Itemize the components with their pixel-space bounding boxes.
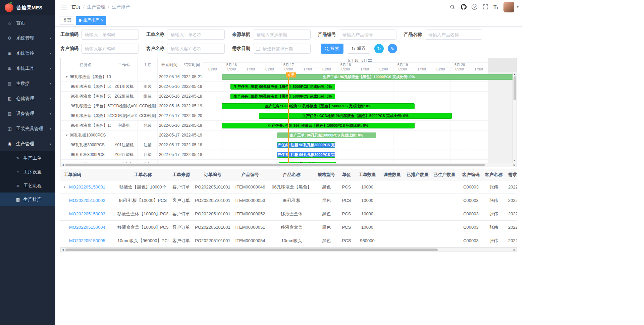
production-icon: ◉ [7,141,12,146]
gantt-bar[interactable]: 生产任务: 组装 96孔移液盒【黑色】5000PCS 完成比例: 0% [230,84,335,90]
customer-code-input[interactable] [81,44,139,54]
orders-horizontal-scrollbar[interactable]: ◀ ▶ [60,248,517,252]
gantt-bar[interactable]: 生产任务: 注塑 96孔孔板3000PCS 完成 [277,152,335,158]
edit-schedule-button[interactable]: ✎ [388,44,397,53]
gantt-bar[interactable]: 生产任务: 组装 96孔移液盒【黑色】5000PCS 完成比例: 0% [230,94,335,99]
table-row[interactable]: MO202205150004移液盒盒盖【10000】PCS客户订单PO20220… [60,221,517,234]
table-cell: 客户订单 [168,238,194,244]
gantt-task-row[interactable]: ▼96孔移液盒【黑色】10000PCS2022-05-162022-05-21 [61,72,203,82]
sync-schedule-button[interactable]: ↻ [374,44,384,53]
font-size-icon[interactable]: TT [493,4,498,10]
work-order-name-input[interactable] [167,30,225,40]
sidebar-item-fixture-mgmt[interactable]: ◫工装夹具管理▾ [0,121,55,136]
table-cell: 10000 [355,198,380,203]
gantt-task-row[interactable]: 96孔孔板3000PCSY01注塑机注塑2022-05-172022-05-18 [61,140,203,150]
sidebar-item-warehouse-mgmt[interactable]: ◧仓储管理▾ [0,91,55,106]
gantt-horizontal-scrollbar[interactable]: ◀ ▶ [60,163,517,167]
gantt-bar[interactable]: 生产任务: 注塑 96孔孔板3000PCS [279,162,336,163]
gantt-task-row[interactable]: 96孔移液盒【黑色】5000PCSCCD检测机#01CCD检测2022-05-1… [61,101,203,111]
collapse-caret-icon[interactable]: ▼ [65,134,68,137]
tab-close-icon[interactable]: × [101,18,103,22]
scroll-up-icon[interactable]: ▲ [513,72,517,76]
gantt-vertical-scrollbar[interactable]: ▲ ▼ [513,72,517,163]
work-order-code-cell: ▾MO202205150001 [60,184,117,189]
sidebar-item-process-flow[interactable]: ≋工艺流程 [0,179,55,193]
task-name: 96孔孔板10000PCS [70,132,106,138]
table-row[interactable]: MO202205150003移液盒盒体【10000】PCS客户订单PO20220… [60,207,517,221]
customer-name-input[interactable] [167,44,225,54]
work-order-link[interactable]: MO202205150002 [69,198,105,203]
hamburger-icon[interactable] [61,5,67,9]
work-order-link[interactable]: MO202205150005 [69,238,105,243]
reset-button[interactable]: ↻重置 [347,44,370,54]
work-orders-table: 工单编码工单名称工单来源订单编号产品编号产品名称规格型号单位工单数量调整数量已排… [60,169,517,248]
avatar[interactable] [503,2,514,12]
table-cell: C00003 [458,198,484,203]
sidebar-item-master-data[interactable]: ▤主数据▾ [0,76,55,91]
scroll-right-icon[interactable]: ▶ [513,248,517,252]
sidebar-item-system-mgmt[interactable]: ⚙系统管理▾ [0,31,55,46]
sidebar-item-production-scheduling[interactable]: ▦生产排产 [0,193,55,206]
gantt-task-row[interactable]: 96孔移液盒【黑色】5000PCSCCD检测机#02CCD检测2022-05-1… [61,111,203,121]
sidebar-item-system-monitor[interactable]: ▣系统监控▾ [0,46,55,61]
filter-work-order-name: 工单名称 [146,30,225,40]
sidebar-item-production-mgmt[interactable]: ◉生产管理▴ [0,136,55,151]
product-code-input[interactable] [339,30,396,40]
scroll-right-icon[interactable]: ▶ [513,163,517,167]
scroll-left-icon[interactable]: ◀ [61,163,65,167]
search-icon[interactable] [449,4,455,10]
timeline-hour-label: 09:00 [450,67,470,72]
breadcrumb-item[interactable]: 生产管理 [87,4,105,10]
work-order-link[interactable]: MO202205150001 [69,184,105,189]
tab-home[interactable]: 首页 [60,16,74,25]
task-name: 96孔孔板3000PCS [71,152,105,158]
gantt-bar[interactable]: 生产任务: 包装 96孔移液盒【黑色】10000PCS 完成比例: 0% [222,123,415,128]
gantt-task-row[interactable]: 96孔移液盒【黑色】10000PCS包装机包装2022-05-162022-05… [61,121,203,130]
gantt-bar[interactable]: 生产工单: 96孔移液盒【黑色】10000PCS 完成比例: 0% [222,74,516,80]
table-row[interactable]: MO20220515000296孔孔板【10000】PCS客户订单PO20220… [60,194,517,207]
product-name-input[interactable] [425,30,482,40]
sidebar-item-equipment-mgmt[interactable]: ▥设备管理▾ [0,106,55,121]
sidebar-menu: ⌂首页⚙系统管理▾▣系统监控▾⊞系统工具▾▤主数据▾◧仓储管理▾▥设备管理▾◫工… [0,15,55,206]
table-row[interactable]: MO20220515000510mm吸头【960000】PCS客户订单PO202… [60,234,517,248]
source-doc-input[interactable] [253,30,311,40]
gantt-task-row[interactable]: 96孔移液盒【黑色】5000PCSZ02组装机组装2022-05-162022-… [61,92,203,101]
table-row[interactable]: ▾MO202205150001移液盒【黑色】10000个客户订单PO202205… [60,180,517,194]
sidebar-item-production-workorder[interactable]: ✎生产工单 [0,151,55,165]
gantt-task-row[interactable]: 96孔移液盒【黑色】5000PCSZ01组装机组装2022-05-162022-… [61,82,203,92]
gantt-bar[interactable]: 生产任务: 注塑 96孔孔板3000PCS 完成 [277,142,335,148]
table-cell: 10mm吸头 [269,238,314,244]
gantt-bar[interactable]: 生产工单: 96孔孔板10000PCS 完成比例: 0% [277,132,376,138]
search-button[interactable]: 搜索 [321,44,343,54]
gantt-task-row[interactable]: 96孔孔板3000PCSY02注塑机注塑2022-05-172022-05-18 [61,150,203,160]
github-icon[interactable] [461,4,467,10]
work-order-link[interactable]: MO202205150004 [69,225,105,230]
gantt-task-row[interactable]: ▼96孔孔板10000PCS2022-05-172022-05-19 [61,130,203,140]
sidebar-item-system-tools[interactable]: ⊞系统工具▾ [0,61,55,76]
work-order-code-input[interactable] [81,30,139,40]
avatar-caret-icon[interactable]: ▾ [517,5,519,9]
help-icon[interactable]: ? [472,4,477,10]
fullscreen-icon[interactable] [482,4,488,10]
sidebar-item-label: 主数据 [16,80,30,87]
scroll-left-icon[interactable]: ◀ [61,248,65,252]
sidebar-item-process-settings[interactable]: ≡工序设置 [0,165,55,179]
scrollbar-thumb[interactable] [65,164,485,166]
gantt-bar[interactable]: 生产任务: CCD检测 96孔移液盒【黑色】5000PCS 完成比例: 0% [222,103,415,109]
scrollbar-thumb[interactable] [65,249,438,251]
row-expand-icon[interactable]: ▾ [64,185,69,189]
scrollbar-thumb[interactable] [514,76,516,100]
breadcrumb-item[interactable]: 生产排产 [112,4,130,10]
timeline-hour-label: 17:00 [298,67,317,72]
gantt-table-header: 任务名工作站工序开始时间结束时间 [61,58,203,72]
table-cell: C00003 [458,225,484,230]
collapse-caret-icon[interactable]: ▼ [65,75,68,78]
sidebar-item-home[interactable]: ⌂首页 [0,15,55,31]
breadcrumb-item[interactable]: 首页 [71,4,80,10]
gantt-task-row[interactable]: 96孔孔板3000PCSY03注塑机注塑2022-05-172022-05-18 [61,160,203,163]
due-date-input[interactable] [253,44,311,54]
work-order-link[interactable]: MO202205150003 [69,211,105,216]
sidebar-item-label: 首页 [16,20,25,26]
scroll-down-icon[interactable]: ▼ [513,159,517,162]
tab-production-scheduling[interactable]: 生产排产× [76,16,106,25]
